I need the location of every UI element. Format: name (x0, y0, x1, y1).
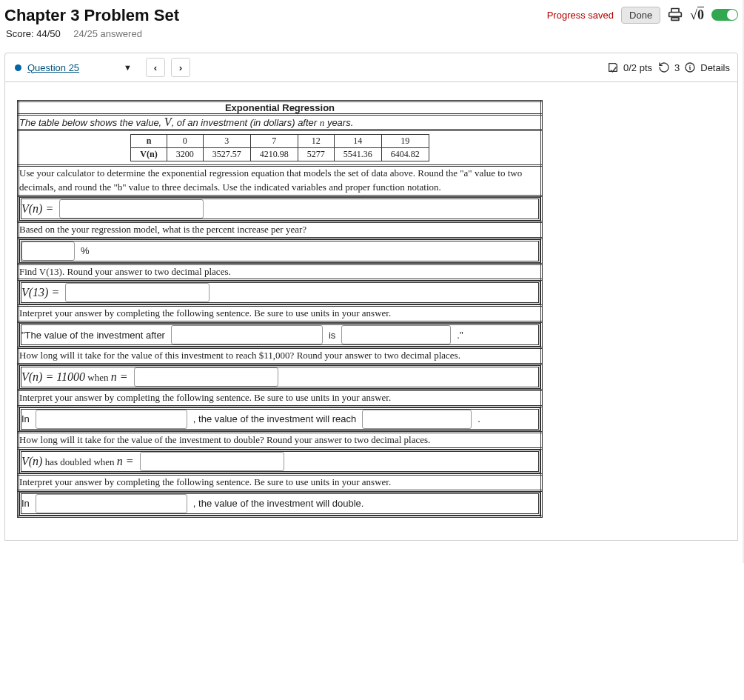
section-title: Exponential Regression (19, 101, 542, 115)
math-format-icon[interactable]: √0 (690, 7, 704, 23)
question-number-label: Question 25 (27, 62, 79, 73)
v-5: 6404.82 (381, 148, 429, 161)
math-format-toggle[interactable] (711, 9, 738, 21)
sentence8-pre: In (21, 498, 30, 509)
progress-saved-label: Progress saved (547, 10, 614, 21)
question-selector[interactable]: Question 25 ▼ (13, 60, 140, 76)
input-sentence4-value[interactable] (341, 325, 451, 344)
retries-left: 3 (674, 62, 680, 73)
input-regression-equation[interactable] (59, 199, 204, 219)
row-label-n: n (131, 135, 167, 148)
n-1: 3 (203, 135, 250, 148)
eq7-lhs: V(n) has doubled when n = (21, 455, 134, 468)
instruction-7: How long will it take for the value of t… (19, 432, 542, 448)
question-toolbar: Question 25 ▼ ‹ › 0/2 pts 3 Details (4, 53, 738, 82)
instruction-6: Interpret your answer by completing the … (19, 390, 542, 407)
page-title: Chapter 3 Problem Set (4, 6, 179, 25)
problem-table: Exponential Regression The table below s… (17, 100, 543, 518)
next-question-button[interactable]: › (171, 58, 190, 77)
eq1-lhs: V(n) = (21, 202, 53, 216)
v-1: 3527.57 (203, 148, 250, 161)
instruction-2: Based on the your regression model, what… (19, 221, 542, 238)
input-n-doubled[interactable] (140, 452, 284, 471)
sentence4-mid: is (329, 330, 335, 341)
v-0: 3200 (167, 148, 203, 161)
n-4: 14 (334, 135, 381, 148)
sentence8-post: , the value of the investment will doubl… (193, 498, 364, 509)
v-4: 5541.36 (334, 148, 381, 161)
sentence6-pre: In (21, 413, 30, 424)
done-button[interactable]: Done (621, 7, 660, 24)
data-table: n 0 3 7 12 14 19 V(n) 3200 3527.57 4210.… (130, 134, 429, 161)
score-label: Score: (6, 28, 36, 39)
input-sentence8-time[interactable] (36, 494, 187, 513)
sentence4-post: ." (457, 330, 463, 341)
info-icon[interactable] (684, 61, 696, 74)
instruction-8: Interpret your answer by completing the … (19, 474, 542, 490)
v-3: 5277 (298, 148, 334, 161)
eq3-lhs: V(13) = (21, 286, 59, 299)
points-label: 0/2 pts (623, 62, 652, 73)
sentence4-pre: "The value of the investment after (21, 330, 165, 341)
question-body: Exponential Regression The table below s… (4, 82, 738, 541)
retry-icon (658, 61, 670, 74)
input-sentence6-time[interactable] (36, 410, 187, 429)
sentence6-post: . (477, 413, 480, 424)
instruction-1: Use your calculator to determine the exp… (19, 166, 542, 196)
instruction-4: Interpret your answer by completing the … (19, 306, 542, 322)
problem-intro: The table below shows the value, V, of a… (19, 115, 542, 130)
prev-question-button[interactable]: ‹ (146, 58, 165, 77)
input-sentence6-value[interactable] (362, 410, 472, 429)
instruction-3: Find V(13). Round your answer to two dec… (19, 264, 542, 280)
answered-count: 24/25 answered (73, 28, 142, 39)
status-dot-icon (15, 64, 21, 71)
caret-down-icon: ▼ (124, 63, 132, 72)
input-percent-increase[interactable] (21, 241, 75, 261)
sentence6-mid: , the value of the investment will reach (193, 413, 356, 424)
row-label-v: V(n) (131, 148, 167, 161)
v-2: 4210.98 (250, 148, 298, 161)
n-2: 7 (250, 135, 298, 148)
eq5-lhs: V(n) = 11000 when n = (21, 370, 128, 384)
input-v13[interactable] (65, 283, 210, 302)
n-3: 12 (298, 135, 334, 148)
score-value: 44/50 (36, 28, 61, 39)
percent-label: % (81, 245, 90, 256)
print-icon[interactable] (668, 7, 683, 24)
submit-status-icon (607, 61, 619, 74)
n-0: 0 (167, 135, 203, 148)
instruction-5: How long will it take for the value of t… (19, 348, 542, 364)
input-n-for-11000[interactable] (134, 367, 278, 387)
details-link[interactable]: Details (700, 62, 730, 73)
n-5: 19 (381, 135, 429, 148)
input-sentence4-time[interactable] (171, 325, 323, 344)
